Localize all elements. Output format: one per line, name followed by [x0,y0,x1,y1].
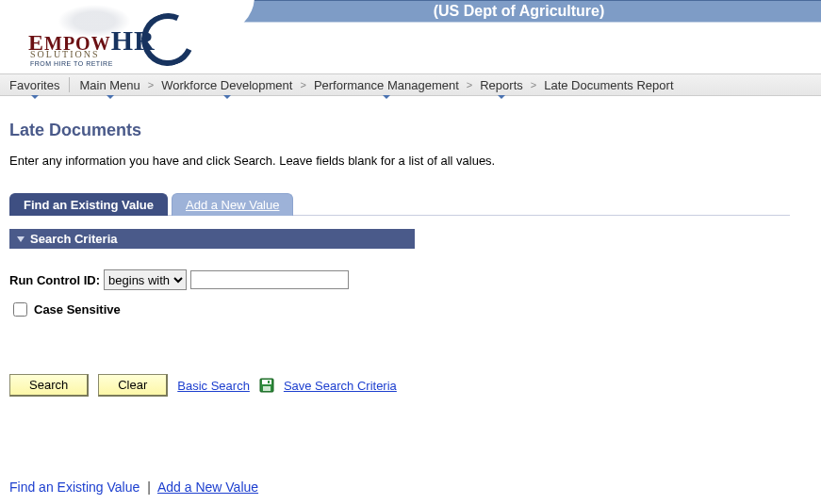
case-sensitive-label: Case Sensitive [34,302,121,317]
chevron-right-icon: > [467,79,472,90]
run-control-id-input[interactable] [190,270,349,289]
org-title: (US Dept of Agriculture) [434,3,605,19]
search-criteria-header[interactable]: Search Criteria [9,229,415,249]
save-search-criteria-link[interactable]: Save Search Criteria [284,379,397,393]
run-control-operator-select[interactable]: begins with [104,269,187,290]
tabs: Find an Existing Value Add a New Value [9,192,790,216]
tab-find-existing[interactable]: Find an Existing Value [9,193,168,216]
clear-button[interactable]: Clear [98,374,168,397]
logo-subtitle: SOLUTIONS [30,49,100,59]
save-icon [259,378,274,393]
main-menu[interactable]: Main Menu [77,78,141,92]
search-criteria-body: Run Control ID: begins with Case Sensiti… [9,249,812,329]
svg-rect-3 [268,381,270,383]
logo-tagline: FROM HIRE TO RETIRE [30,60,113,67]
bottom-links: Find an Existing Value | Add a New Value [9,480,812,495]
search-button[interactable]: Search [9,374,89,397]
run-control-label: Run Control ID: [9,273,100,287]
breadcrumb: Favorites Main Menu > Workforce Developm… [0,73,821,96]
breadcrumb-reports[interactable]: Reports [478,78,525,92]
bottom-find-link[interactable]: Find an Existing Value [9,480,140,495]
menu-separator [69,77,70,92]
bottom-add-link[interactable]: Add a New Value [157,480,258,495]
collapse-triangle-icon [17,236,25,242]
favorites-menu[interactable]: Favorites [8,78,61,92]
search-criteria-label: Search Criteria [30,232,118,246]
run-control-row: Run Control ID: begins with [9,269,812,290]
logo: EMPOWHR SOLUTIONS FROM HIRE TO RETIRE [9,0,217,73]
button-row: Search Clear Basic Search Save Search Cr… [9,374,812,397]
breadcrumb-late-documents-report[interactable]: Late Documents Report [542,78,675,92]
header: (US Dept of Agriculture) EMPOWHR SOLUTIO… [0,0,821,73]
page-instructions: Enter any information you have and click… [9,154,812,168]
basic-search-link[interactable]: Basic Search [177,379,250,393]
org-banner: (US Dept of Agriculture) [217,0,821,23]
svg-rect-2 [263,386,271,391]
svg-rect-1 [262,380,271,384]
pipe-separator: | [147,480,151,495]
page-title: Late Documents [9,121,812,140]
chevron-right-icon: > [531,79,536,90]
case-sensitive-row[interactable]: Case Sensitive [9,300,812,319]
tab-add-new[interactable]: Add a New Value [172,193,294,216]
content: Late Documents Enter any information you… [0,96,821,504]
chevron-right-icon: > [148,79,154,90]
chevron-right-icon: > [300,79,305,90]
case-sensitive-checkbox[interactable] [13,302,27,317]
breadcrumb-workforce-development[interactable]: Workforce Development [159,78,294,92]
breadcrumb-performance-management[interactable]: Performance Management [312,78,461,92]
